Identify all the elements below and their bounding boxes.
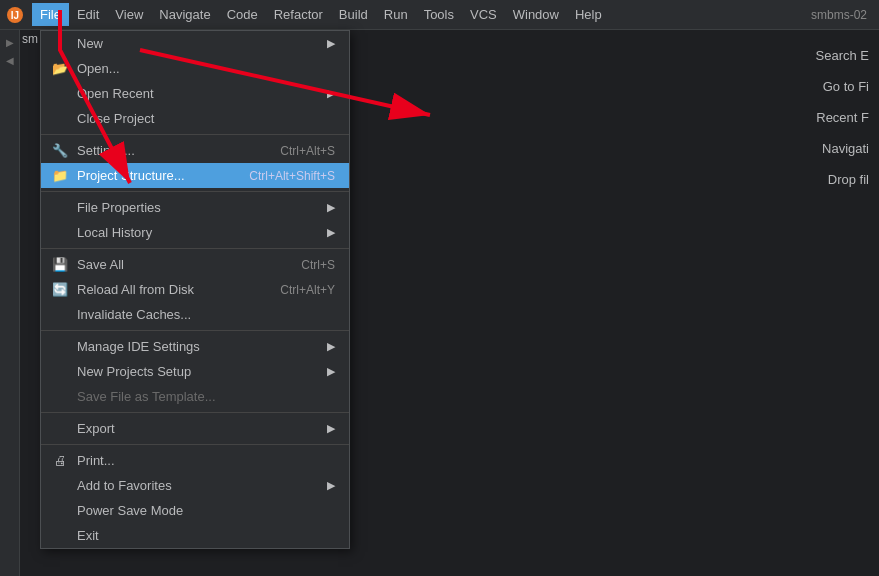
dropdown-label-local-history: Local History xyxy=(77,225,152,240)
dropdown-label-project-structure: Project Structure... xyxy=(77,168,185,183)
dropdown-arrow-new-projects-setup: ▶ xyxy=(327,365,335,378)
menubar: IJ File Edit View Navigate Code Refactor… xyxy=(0,0,879,30)
dropdown-item-manage-ide[interactable]: Manage IDE Settings▶ xyxy=(41,334,349,359)
dropdown-arrow-export: ▶ xyxy=(327,422,335,435)
dropdown-divider-10 xyxy=(41,248,349,249)
menu-run[interactable]: Run xyxy=(376,3,416,26)
dropdown-arrow-local-history: ▶ xyxy=(327,226,335,239)
dropdown-arrow-add-favorites: ▶ xyxy=(327,479,335,492)
dropdown-item-open-recent[interactable]: Open Recent▶ xyxy=(41,81,349,106)
menu-edit[interactable]: Edit xyxy=(69,3,107,26)
menu-build[interactable]: Build xyxy=(331,3,376,26)
sidebar-icon-2: ◀ xyxy=(2,52,18,68)
right-panel-item-2[interactable]: Recent F xyxy=(759,102,879,133)
dropdown-arrow-open-recent: ▶ xyxy=(327,87,335,100)
dropdown-label-settings: Settings... xyxy=(77,143,135,158)
project-sm-label: sm xyxy=(22,32,38,46)
dropdown-icon-project-structure: 📁 xyxy=(49,168,71,183)
dropdown-label-manage-ide: Manage IDE Settings xyxy=(77,339,200,354)
project-name: smbms-02 xyxy=(811,8,875,22)
app-logo: IJ xyxy=(4,4,26,26)
dropdown-item-open[interactable]: 📂Open... xyxy=(41,56,349,81)
dropdown-item-local-history[interactable]: Local History▶ xyxy=(41,220,349,245)
dropdown-item-export[interactable]: Export▶ xyxy=(41,416,349,441)
dropdown-label-power-save: Power Save Mode xyxy=(77,503,183,518)
dropdown-label-save-all: Save All xyxy=(77,257,124,272)
dropdown-item-power-save[interactable]: Power Save Mode xyxy=(41,498,349,523)
dropdown-item-close-project[interactable]: Close Project xyxy=(41,106,349,131)
right-panel-item-1[interactable]: Go to Fi xyxy=(759,71,879,102)
dropdown-item-invalidate-caches[interactable]: Invalidate Caches... xyxy=(41,302,349,327)
dropdown-item-reload[interactable]: 🔄Reload All from DiskCtrl+Alt+Y xyxy=(41,277,349,302)
dropdown-icon-settings: 🔧 xyxy=(49,143,71,158)
menu-help[interactable]: Help xyxy=(567,3,610,26)
dropdown-label-file-properties: File Properties xyxy=(77,200,161,215)
dropdown-label-close-project: Close Project xyxy=(77,111,154,126)
right-panel-item-4[interactable]: Drop fil xyxy=(759,164,879,195)
menu-window[interactable]: Window xyxy=(505,3,567,26)
dropdown-arrow-manage-ide: ▶ xyxy=(327,340,335,353)
dropdown-label-reload: Reload All from Disk xyxy=(77,282,194,297)
dropdown-item-project-structure[interactable]: 📁Project Structure...Ctrl+Alt+Shift+S xyxy=(41,163,349,188)
dropdown-label-new-projects-setup: New Projects Setup xyxy=(77,364,191,379)
dropdown-label-open: Open... xyxy=(77,61,120,76)
right-panel: Search EGo to FiRecent FNavigatiDrop fil xyxy=(759,30,879,195)
dropdown-label-open-recent: Open Recent xyxy=(77,86,154,101)
right-panel-item-3[interactable]: Navigati xyxy=(759,133,879,164)
file-dropdown-menu: New▶📂Open...Open Recent▶Close Project🔧Se… xyxy=(40,30,350,549)
dropdown-arrow-file-properties: ▶ xyxy=(327,201,335,214)
menu-file[interactable]: File xyxy=(32,3,69,26)
right-panel-item-0[interactable]: Search E xyxy=(759,40,879,71)
dropdown-item-settings[interactable]: 🔧Settings...Ctrl+Alt+S xyxy=(41,138,349,163)
dropdown-label-add-favorites: Add to Favorites xyxy=(77,478,172,493)
dropdown-icon-print: 🖨 xyxy=(49,453,71,468)
dropdown-divider-14 xyxy=(41,330,349,331)
dropdown-shortcut-settings: Ctrl+Alt+S xyxy=(260,144,335,158)
dropdown-arrow-new: ▶ xyxy=(327,37,335,50)
dropdown-shortcut-save-all: Ctrl+S xyxy=(281,258,335,272)
dropdown-divider-4 xyxy=(41,134,349,135)
dropdown-item-file-properties[interactable]: File Properties▶ xyxy=(41,195,349,220)
dropdown-item-print[interactable]: 🖨Print... xyxy=(41,448,349,473)
dropdown-icon-reload: 🔄 xyxy=(49,282,71,297)
dropdown-divider-7 xyxy=(41,191,349,192)
dropdown-item-save-template: Save File as Template... xyxy=(41,384,349,409)
menu-vcs[interactable]: VCS xyxy=(462,3,505,26)
dropdown-label-print: Print... xyxy=(77,453,115,468)
menu-view[interactable]: View xyxy=(107,3,151,26)
dropdown-divider-18 xyxy=(41,412,349,413)
svg-text:IJ: IJ xyxy=(11,10,19,21)
dropdown-shortcut-reload: Ctrl+Alt+Y xyxy=(260,283,335,297)
dropdown-label-export: Export xyxy=(77,421,115,436)
left-sidebar: ▶ ◀ xyxy=(0,30,20,576)
menu-code[interactable]: Code xyxy=(219,3,266,26)
dropdown-item-add-favorites[interactable]: Add to Favorites▶ xyxy=(41,473,349,498)
dropdown-icon-open: 📂 xyxy=(49,61,71,76)
dropdown-item-new[interactable]: New▶ xyxy=(41,31,349,56)
dropdown-shortcut-project-structure: Ctrl+Alt+Shift+S xyxy=(229,169,335,183)
dropdown-icon-save-all: 💾 xyxy=(49,257,71,272)
menu-navigate[interactable]: Navigate xyxy=(151,3,218,26)
dropdown-label-save-template: Save File as Template... xyxy=(77,389,216,404)
dropdown-label-exit: Exit xyxy=(77,528,99,543)
dropdown-item-new-projects-setup[interactable]: New Projects Setup▶ xyxy=(41,359,349,384)
dropdown-label-invalidate-caches: Invalidate Caches... xyxy=(77,307,191,322)
sidebar-icon-1: ▶ xyxy=(2,34,18,50)
dropdown-item-save-all[interactable]: 💾Save AllCtrl+S xyxy=(41,252,349,277)
menu-tools[interactable]: Tools xyxy=(416,3,462,26)
dropdown-item-exit[interactable]: Exit xyxy=(41,523,349,548)
dropdown-label-new: New xyxy=(77,36,103,51)
menu-refactor[interactable]: Refactor xyxy=(266,3,331,26)
dropdown-divider-20 xyxy=(41,444,349,445)
